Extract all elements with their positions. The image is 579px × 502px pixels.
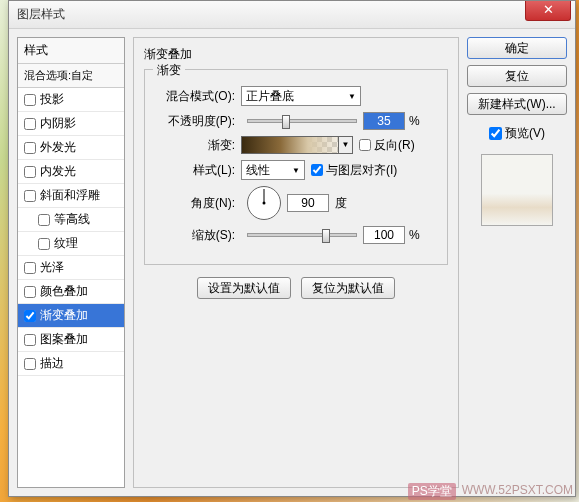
percent-label: % [409,228,420,242]
style-item[interactable]: 图案叠加 [18,328,124,352]
panel-title: 渐变叠加 [144,46,448,63]
angle-center [263,202,266,205]
dialog-title: 图层样式 [17,6,65,23]
layer-style-dialog: 图层样式 ✕ 样式 混合选项:自定 投影内阴影外发光内发光斜面和浮雕等高线纹理光… [8,0,576,497]
options-panel: 渐变叠加 渐变 混合模式(O): 正片叠底 ▼ 不透明度(P): 35 [133,37,459,488]
cancel-button[interactable]: 复位 [467,65,567,87]
style-item-checkbox[interactable] [24,142,36,154]
style-item-label: 渐变叠加 [40,307,88,324]
align-checkbox[interactable]: 与图层对齐(I) [311,162,397,179]
watermark-tag: PS学堂 [408,483,456,500]
percent-label: % [409,114,420,128]
reverse-checkbox[interactable]: 反向(R) [359,137,415,154]
scale-slider[interactable] [247,233,357,237]
opacity-input[interactable]: 35 [363,112,405,130]
slider-thumb[interactable] [282,115,290,129]
style-item-label: 外发光 [40,139,76,156]
style-item-label: 图案叠加 [40,331,88,348]
angle-dial[interactable] [247,186,281,220]
style-item-checkbox[interactable] [24,118,36,130]
style-item[interactable]: 描边 [18,352,124,376]
dialog-body: 样式 混合选项:自定 投影内阴影外发光内发光斜面和浮雕等高线纹理光泽颜色叠加渐变… [9,29,575,496]
reverse-label: 反向(R) [374,137,415,154]
close-button[interactable]: ✕ [525,1,571,21]
opacity-slider[interactable] [247,119,357,123]
style-item-label: 内发光 [40,163,76,180]
styles-list-panel: 样式 混合选项:自定 投影内阴影外发光内发光斜面和浮雕等高线纹理光泽颜色叠加渐变… [17,37,125,488]
style-item-label: 内阴影 [40,115,76,132]
style-item[interactable]: 纹理 [18,232,124,256]
style-item-label: 投影 [40,91,64,108]
reset-default-button[interactable]: 复位为默认值 [301,277,395,299]
style-item-checkbox[interactable] [24,94,36,106]
opacity-label: 不透明度(P): [155,113,235,130]
ok-button[interactable]: 确定 [467,37,567,59]
blend-mode-label: 混合模式(O): [155,88,235,105]
preview-checkbox[interactable]: 预览(V) [467,125,567,142]
chevron-down-icon: ▼ [348,92,356,101]
scale-input[interactable]: 100 [363,226,405,244]
style-item-checkbox[interactable] [24,262,36,274]
slider-thumb[interactable] [322,229,330,243]
style-value: 线性 [246,162,270,179]
titlebar[interactable]: 图层样式 ✕ [9,1,575,29]
style-item-checkbox[interactable] [24,358,36,370]
preview-label: 预览(V) [505,125,545,142]
blend-mode-value: 正片叠底 [246,88,294,105]
style-item-label: 斜面和浮雕 [40,187,100,204]
style-item[interactable]: 外发光 [18,136,124,160]
watermark: PS学堂 WWW.52PSXT.COM [408,483,573,500]
style-item[interactable]: 投影 [18,88,124,112]
style-item-label: 等高线 [54,211,90,228]
gradient-fieldset: 渐变 混合模式(O): 正片叠底 ▼ 不透明度(P): 35 % [144,69,448,265]
style-item-label: 颜色叠加 [40,283,88,300]
angle-unit: 度 [335,195,347,212]
fieldset-legend: 渐变 [153,62,185,79]
style-label: 样式(L): [155,162,235,179]
action-panel: 确定 复位 新建样式(W)... 预览(V) [467,37,567,488]
chevron-down-icon: ▼ [292,166,300,175]
reverse-checkbox-input[interactable] [359,139,371,151]
style-item[interactable]: 内阴影 [18,112,124,136]
style-item[interactable]: 斜面和浮雕 [18,184,124,208]
chevron-down-icon: ▼ [338,137,352,153]
style-item-label: 光泽 [40,259,64,276]
preview-swatch [481,154,553,226]
watermark-url: WWW.52PSXT.COM [462,483,573,500]
make-default-button[interactable]: 设置为默认值 [197,277,291,299]
style-item-checkbox[interactable] [24,286,36,298]
blend-options-header[interactable]: 混合选项:自定 [18,64,124,88]
preview-checkbox-input[interactable] [489,127,502,140]
style-item-label: 纹理 [54,235,78,252]
angle-input[interactable]: 90 [287,194,329,212]
style-item[interactable]: 颜色叠加 [18,280,124,304]
styles-list: 投影内阴影外发光内发光斜面和浮雕等高线纹理光泽颜色叠加渐变叠加图案叠加描边 [18,88,124,376]
styles-header[interactable]: 样式 [18,38,124,64]
style-item[interactable]: 内发光 [18,160,124,184]
new-style-button[interactable]: 新建样式(W)... [467,93,567,115]
style-item-checkbox[interactable] [38,214,50,226]
style-item[interactable]: 光泽 [18,256,124,280]
style-item-label: 描边 [40,355,64,372]
angle-label: 角度(N): [155,195,235,212]
style-item-checkbox[interactable] [38,238,50,250]
style-item-checkbox[interactable] [24,166,36,178]
style-item-checkbox[interactable] [24,310,36,322]
align-checkbox-input[interactable] [311,164,323,176]
gradient-label: 渐变: [155,137,235,154]
scale-label: 缩放(S): [155,227,235,244]
gradient-picker[interactable]: ▼ [241,136,353,154]
style-item-checkbox[interactable] [24,190,36,202]
style-item[interactable]: 渐变叠加 [18,304,124,328]
style-select[interactable]: 线性 ▼ [241,160,305,180]
style-item-checkbox[interactable] [24,334,36,346]
align-label: 与图层对齐(I) [326,162,397,179]
blend-mode-select[interactable]: 正片叠底 ▼ [241,86,361,106]
style-item[interactable]: 等高线 [18,208,124,232]
